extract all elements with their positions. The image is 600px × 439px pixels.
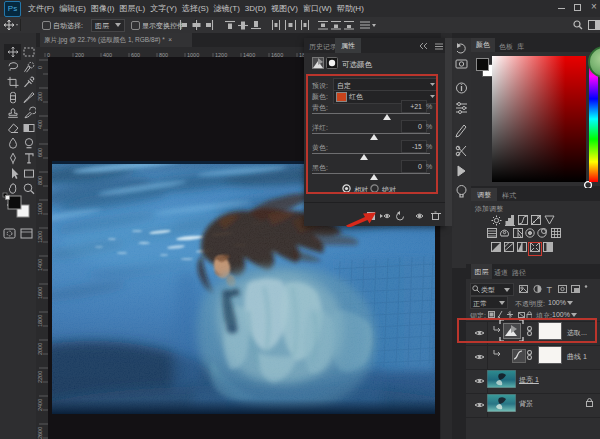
svg-text:800: 800 <box>37 176 43 185</box>
svg-text:600: 600 <box>37 148 43 157</box>
svg-text:1000: 1000 <box>37 203 43 215</box>
svg-text:2600: 2600 <box>37 427 43 439</box>
svg-text:200: 200 <box>37 92 43 101</box>
svg-text:400: 400 <box>37 120 43 129</box>
svg-text:T: T <box>547 285 553 295</box>
svg-text:1200: 1200 <box>37 231 43 243</box>
svg-text:2400: 2400 <box>37 399 43 411</box>
svg-text:1800: 1800 <box>37 315 43 327</box>
svg-text:1400: 1400 <box>37 259 43 271</box>
svg-text:2200: 2200 <box>37 371 43 383</box>
svg-text:0: 0 <box>37 66 43 69</box>
svg-text:1600: 1600 <box>37 287 43 299</box>
svg-text:2000: 2000 <box>37 343 43 355</box>
